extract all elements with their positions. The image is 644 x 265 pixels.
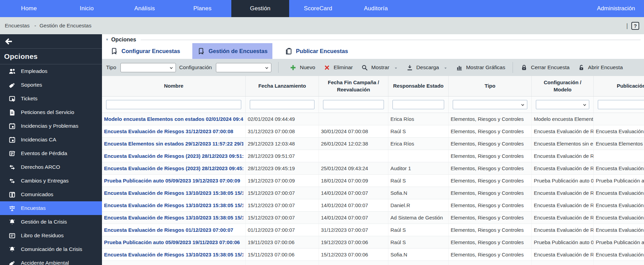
sidebar-item-label: Accidente Ambiental xyxy=(21,260,69,265)
cell-fecha-fin-campana-reevaluacion: 14/01/2024 07:00:07 xyxy=(319,199,388,211)
nav-items: HomeInicioAnálisisPlanesGestiónScoreCard… xyxy=(0,0,405,17)
tab-publicar-encuestas[interactable]: Publicar Encuestas xyxy=(280,43,353,59)
table-row[interactable]: Encuesta Evaluación de Riesgos (2023) 28… xyxy=(102,150,644,162)
sidebar-item-label: Empleados xyxy=(21,68,48,74)
nav-item-administracion[interactable]: Administración xyxy=(588,0,644,17)
sidebar-item-gestion-de-la-crisis[interactable]: Gestión de la Crisis xyxy=(0,215,102,229)
cell-configuracion-modelo: Prueba Publicación auto 05/09/2023 xyxy=(532,175,594,187)
nav-item-analisis[interactable]: Análisis xyxy=(116,0,173,17)
nav-item-scorecard[interactable]: ScoreCard xyxy=(289,0,347,17)
nav-item-auditoria[interactable]: Auditoría xyxy=(347,0,405,17)
filter-cell-responsable-estado xyxy=(388,97,449,113)
survey-name-link[interactable]: Encuesta Elementos sin estados 29/12/202… xyxy=(104,141,243,147)
cell-responsable-estado: Erica Ríos xyxy=(388,138,449,150)
collapse-triangle-icon[interactable]: ▼ xyxy=(105,38,109,41)
table-row[interactable]: Prueba Publicación auto 05/09/2023 19/11… xyxy=(102,236,644,249)
sidebar-item-label: Incidencias CA xyxy=(21,137,56,143)
survey-name-link[interactable]: Encuesta Evaluación de Riesgos 13/10/202… xyxy=(104,190,243,196)
cell-fecha-fin-campana-reevaluacion: 31/12/2023 07:00:07 xyxy=(319,224,388,236)
survey-name-link[interactable]: Encuesta Evaluación de Riesgos (2023) 28… xyxy=(104,153,243,159)
descarga-button[interactable]: Descarga xyxy=(402,61,452,74)
filter-input-publicacion[interactable] xyxy=(598,100,644,109)
table-row[interactable]: Encuesta Elementos sin estados 29/12/202… xyxy=(102,138,644,150)
tab-label: Configurar Encuestas xyxy=(121,48,180,54)
column-header-fecha-lanzamiento[interactable]: Fecha Lanzamiento xyxy=(246,76,319,96)
cell-tipo: Elementos, Riesgos y Controles xyxy=(449,249,532,261)
sidebar-item-cambios-y-entregas[interactable]: Cambios y Entregas xyxy=(0,174,102,188)
filter-input-fecha-fin-campana-reevaluacion[interactable] xyxy=(323,100,384,109)
filter-cell-nombre xyxy=(102,97,246,113)
eliminar-button[interactable]: Eliminar xyxy=(319,61,357,74)
table-row[interactable]: Prueba Publicación auto 05/09/2023 19/12… xyxy=(102,175,644,187)
sidebar-item-label: Libro de Residuos xyxy=(21,232,64,239)
column-header-fecha-fin-campana-reevaluacion[interactable]: Fecha Fin Campaña / Reevaluación xyxy=(319,76,388,96)
survey-name-link[interactable]: Prueba Publicación auto 05/09/2023 19/12… xyxy=(104,178,240,184)
sidebar-item-encuestas[interactable]: Encuestas xyxy=(0,201,102,215)
filter-select-configuracion-modelo[interactable] xyxy=(536,100,589,109)
table-row[interactable]: Encuesta Evaluación de Riesgos 13/10/202… xyxy=(102,261,644,265)
transfer-arrows-icon xyxy=(8,177,16,185)
cell-configuracion-modelo: Encuesta Evaluación de Riesgos xyxy=(532,125,594,137)
sidebar-item-accidente-ambiental[interactable]: Accidente Ambiental xyxy=(0,256,102,265)
nav-item-home[interactable]: Home xyxy=(0,0,58,17)
table-row[interactable]: Encuesta Evaluación de Riesgos 13/10/202… xyxy=(102,187,644,199)
sidebar-item-peticiones-del-servicio[interactable]: Peticiones del Servicio xyxy=(0,105,102,119)
nav-item-inicio[interactable]: Inicio xyxy=(58,0,116,17)
survey-name-link[interactable]: Encuesta Evaluación de Riesgos 31/12/202… xyxy=(104,128,233,134)
filter-input-nombre[interactable] xyxy=(106,100,241,109)
sidebar-item-derechos-arco[interactable]: Derechos ARCO xyxy=(0,160,102,174)
column-header-tipo[interactable]: Tipo xyxy=(449,76,532,96)
survey-name-link[interactable]: Encuesta Evaluación de Riesgos 13/10/202… xyxy=(104,215,243,220)
nav-item-gestion[interactable]: Gestión xyxy=(231,0,289,17)
table-row[interactable]: Encuesta Evaluación de Riesgos 13/10/202… xyxy=(102,249,644,261)
breadcrumb-section[interactable]: Encuestas xyxy=(5,23,29,29)
column-header-configuracion-modelo[interactable]: Configuración / Modelo xyxy=(532,76,594,96)
tipo-select[interactable] xyxy=(120,63,176,72)
sidebar-item-incidencias-ca[interactable]: Incidencias CA xyxy=(0,133,102,147)
table-row[interactable]: Encuesta Evaluación de Riesgos 31/12/202… xyxy=(102,125,644,138)
sidebar-item-comunicacion-de-la-crisis[interactable]: Comunicación de la Crisis xyxy=(0,242,102,256)
filter-input-responsable-estado[interactable] xyxy=(392,100,444,109)
filter-select-tipo[interactable] xyxy=(453,100,527,109)
cell-publicacion: Prueba Publicación auto xyxy=(594,236,644,248)
table-row[interactable]: Encuesta Evaluación de Riesgos 13/10/202… xyxy=(102,212,644,224)
sidebar-item-tickets[interactable]: Tickets xyxy=(0,92,102,105)
button-label: Mostrar Gráficas xyxy=(466,64,505,71)
table-row[interactable]: Encuesta Evaluación de Riesgos 13/10/202… xyxy=(102,199,644,212)
survey-name-link[interactable]: Encuesta Evaluación de Riesgos 13/10/202… xyxy=(104,202,243,208)
sidebar-item-empleados[interactable]: Empleados xyxy=(0,64,102,78)
sidebar-item-soportes[interactable]: Soportes xyxy=(0,78,102,92)
column-header-publicacion[interactable]: Publicación xyxy=(594,76,644,96)
survey-name-link[interactable]: Modelo encuesta Elementos con estados 02… xyxy=(104,116,243,122)
sidebar-item-incidencias-y-problemas[interactable]: Incidencias y Problemas xyxy=(0,119,102,133)
survey-name-link[interactable]: Prueba Publicación auto 05/09/2023 19/11… xyxy=(104,239,240,245)
configuracion-select[interactable] xyxy=(216,63,271,72)
survey-name-link[interactable]: Encuesta Evaluación de Riesgos 01/12/202… xyxy=(104,227,233,233)
tab-configurar-encuestas[interactable]: Configurar Encuestas xyxy=(105,43,185,59)
cell-fecha-lanzamiento: 19/11/2023 07:00:06 xyxy=(246,236,319,248)
cell-nombre: Encuesta Evaluación de Riesgos 13/10/202… xyxy=(102,249,246,261)
cell-fecha-lanzamiento: 15/12/2023 07:00:07 xyxy=(246,187,319,199)
sidebar-item-comunicados[interactable]: Comunicados xyxy=(0,188,102,201)
nav-item-planes[interactable]: Planes xyxy=(173,0,231,17)
table-row[interactable]: Encuesta Evaluación de Riesgos (2023) 28… xyxy=(102,162,644,175)
survey-name-link[interactable]: Encuesta Evaluación de Riesgos 13/10/202… xyxy=(104,252,243,257)
tab-gestion-de-encuestas[interactable]: Gestión de Encuestas xyxy=(192,43,272,59)
abrir-encuesta-button[interactable]: Abrir Encuesta xyxy=(574,61,627,74)
back-arrow-icon[interactable] xyxy=(4,37,13,46)
column-header-responsable-estado[interactable]: Responsable Estado xyxy=(388,76,449,96)
sidebar-item-libro-de-residuos[interactable]: Libro de Residuos xyxy=(0,229,102,242)
mostrar-graficas-button[interactable]: Mostrar Gráficas xyxy=(452,61,510,74)
column-header-nombre[interactable]: Nombre xyxy=(102,76,246,96)
help-icon[interactable]: ? xyxy=(631,22,639,30)
sidebar-title: Opciones xyxy=(0,49,102,64)
survey-name-link[interactable]: Encuesta Evaluación de Riesgos (2023) 28… xyxy=(104,165,243,171)
table-row[interactable]: Modelo encuesta Elementos con estados 02… xyxy=(102,113,644,125)
lock-closed-icon xyxy=(520,64,528,71)
table-row[interactable]: Encuesta Evaluación de Riesgos 01/12/202… xyxy=(102,224,644,236)
sidebar-item-eventos-de-perdida[interactable]: Eventos de Pérdida xyxy=(0,147,102,160)
mostrar-button[interactable]: Mostrar xyxy=(357,61,402,74)
cerrar-encuesta-button[interactable]: Cerrar Encuesta xyxy=(516,61,574,74)
filter-input-fecha-lanzamiento[interactable] xyxy=(250,100,314,109)
nuevo-button[interactable]: Nuevo xyxy=(285,61,319,74)
